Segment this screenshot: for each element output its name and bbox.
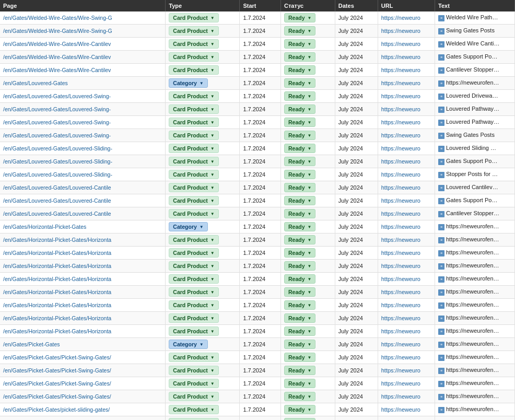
status-dropdown-arrow-icon[interactable]: ▼ <box>308 133 312 138</box>
status-badge[interactable]: Ready ▼ <box>284 91 315 101</box>
dropdown-arrow-icon[interactable]: ▼ <box>210 212 215 216</box>
url-cell[interactable]: https://neweuro <box>378 416 435 421</box>
status-cell[interactable]: Ready ▼ <box>281 77 335 90</box>
url-link[interactable]: https://neweuro <box>381 80 420 86</box>
status-cell[interactable]: Ready ▼ <box>281 220 335 234</box>
status-cell[interactable]: Ready ▼ <box>281 299 335 312</box>
status-badge[interactable]: Ready ▼ <box>284 26 315 36</box>
url-link[interactable]: https://neweuro <box>381 158 420 165</box>
status-badge[interactable]: Ready ▼ <box>284 366 315 375</box>
url-cell[interactable]: https://neweuro <box>378 77 435 90</box>
status-badge[interactable]: Ready ▼ <box>284 300 315 310</box>
page-cell[interactable]: /en/Gates/Welded-Wire-Gates/Wire-Swing-G <box>0 25 166 38</box>
status-badge[interactable]: Ready ▼ <box>284 392 315 401</box>
status-dropdown-arrow-icon[interactable]: ▼ <box>308 55 312 60</box>
status-dropdown-arrow-icon[interactable]: ▼ <box>308 146 312 151</box>
page-cell[interactable]: /en/Gates/Picket-Gates/Picket-Swing-Gate… <box>0 351 166 364</box>
type-badge[interactable]: Card Product ▼ <box>169 39 218 49</box>
type-badge[interactable]: Card Product ▼ <box>169 366 218 375</box>
status-dropdown-arrow-icon[interactable]: ▼ <box>308 264 312 269</box>
dropdown-arrow-icon[interactable]: ▼ <box>210 355 215 360</box>
url-cell[interactable]: https://neweuro <box>378 377 435 390</box>
url-link[interactable]: https://neweuro <box>381 106 420 112</box>
type-cell[interactable]: Card Product ▼ <box>166 247 240 260</box>
dropdown-arrow-icon[interactable]: ▼ <box>210 42 215 46</box>
url-cell[interactable]: https://neweuro <box>378 403 435 416</box>
dropdown-arrow-icon[interactable]: ▼ <box>210 133 215 138</box>
status-dropdown-arrow-icon[interactable]: ▼ <box>308 159 312 164</box>
status-cell[interactable]: Ready ▼ <box>281 416 335 421</box>
page-cell[interactable]: /en/Gates/Picket-Gates/picket-sliding-ga… <box>0 416 166 421</box>
status-cell[interactable]: Ready ▼ <box>281 64 335 77</box>
dropdown-arrow-icon[interactable]: ▼ <box>210 407 215 412</box>
status-badge[interactable]: Ready ▼ <box>284 313 315 323</box>
type-badge[interactable]: Card Product ▼ <box>169 235 218 244</box>
type-badge[interactable]: Card Product ▼ <box>169 196 218 205</box>
dropdown-arrow-icon[interactable]: ▼ <box>210 55 215 60</box>
type-badge[interactable]: Card Product ▼ <box>169 13 218 22</box>
url-cell[interactable]: https://neweuro <box>378 142 435 155</box>
page-cell[interactable]: /en/Gates/Welded-Wire-Gates/Wire-Cantile… <box>0 51 166 64</box>
status-badge[interactable]: Ready ▼ <box>284 39 315 49</box>
type-cell[interactable]: Card Product ▼ <box>166 25 240 38</box>
page-cell[interactable]: /en/Gates/Horizontal-Picket-Gates/Horizo… <box>0 286 166 299</box>
page-cell[interactable]: /en/Gates/Horizontal-Picket-Gates/Horizo… <box>0 247 166 260</box>
url-link[interactable]: https://neweuro <box>381 54 420 60</box>
status-badge[interactable]: Ready ▼ <box>284 104 315 114</box>
page-cell[interactable]: /en/Gates/Louvered-Gates/Louvered-Swing- <box>0 90 166 103</box>
type-cell[interactable]: Card Product ▼ <box>166 325 240 338</box>
page-cell[interactable]: /en/Gates/Horizontal-Picket-Gates <box>0 220 166 234</box>
type-cell[interactable]: Card Product ▼ <box>166 142 240 155</box>
type-badge[interactable]: Card Product ▼ <box>169 118 218 127</box>
url-cell[interactable]: https://neweuro <box>378 38 435 51</box>
dropdown-arrow-icon[interactable]: ▼ <box>210 120 215 125</box>
url-cell[interactable]: https://neweuro <box>378 273 435 286</box>
dropdown-arrow-icon[interactable]: ▼ <box>200 342 204 347</box>
type-badge[interactable]: Card Product ▼ <box>169 104 218 114</box>
status-dropdown-arrow-icon[interactable]: ▼ <box>308 16 312 20</box>
dropdown-arrow-icon[interactable]: ▼ <box>210 185 215 190</box>
type-badge[interactable]: Card Product ▼ <box>169 170 218 179</box>
page-cell[interactable]: /en/Gates/Horizontal-Picket-Gates/Horizo… <box>0 312 166 325</box>
url-link[interactable]: https://neweuro <box>381 119 420 125</box>
status-badge[interactable]: Ready ▼ <box>284 418 315 420</box>
status-cell[interactable]: Ready ▼ <box>281 207 335 220</box>
type-cell[interactable]: Card Product ▼ <box>166 416 240 421</box>
status-cell[interactable]: Ready ▼ <box>281 351 335 364</box>
url-link[interactable]: https://neweuro <box>381 406 420 413</box>
url-cell[interactable]: https://neweuro <box>378 103 435 116</box>
url-link[interactable]: https://neweuro <box>381 250 420 256</box>
dropdown-arrow-icon[interactable]: ▼ <box>210 368 215 373</box>
status-cell[interactable]: Ready ▼ <box>281 273 335 286</box>
status-badge[interactable]: Ready ▼ <box>284 209 315 218</box>
status-dropdown-arrow-icon[interactable]: ▼ <box>308 94 312 99</box>
dropdown-arrow-icon[interactable]: ▼ <box>210 251 215 255</box>
dropdown-arrow-icon[interactable]: ▼ <box>210 159 215 164</box>
status-dropdown-arrow-icon[interactable]: ▼ <box>308 68 312 73</box>
type-badge[interactable]: Card Product ▼ <box>169 392 218 401</box>
status-dropdown-arrow-icon[interactable]: ▼ <box>308 407 312 412</box>
status-dropdown-arrow-icon[interactable]: ▼ <box>308 199 312 203</box>
type-cell[interactable]: Card Product ▼ <box>166 351 240 364</box>
url-cell[interactable]: https://neweuro <box>378 51 435 64</box>
status-badge[interactable]: Ready ▼ <box>284 274 315 284</box>
url-cell[interactable]: https://neweuro <box>378 364 435 377</box>
status-cell[interactable]: Ready ▼ <box>281 312 335 325</box>
status-cell[interactable]: Ready ▼ <box>281 181 335 194</box>
status-cell[interactable]: Ready ▼ <box>281 247 335 260</box>
url-link[interactable]: https://neweuro <box>381 28 420 34</box>
status-cell[interactable]: Ready ▼ <box>281 25 335 38</box>
status-cell[interactable]: Ready ▼ <box>281 103 335 116</box>
status-cell[interactable]: Ready ▼ <box>281 155 335 168</box>
page-cell[interactable]: /en/Gates/Louvered-Gates/Louvered-Slidin… <box>0 155 166 168</box>
page-cell[interactable]: /en/Gates/Louvered-Gates/Louvered-Slidin… <box>0 142 166 155</box>
type-cell[interactable]: Card Product ▼ <box>166 129 240 142</box>
status-cell[interactable]: Ready ▼ <box>281 129 335 142</box>
status-dropdown-arrow-icon[interactable]: ▼ <box>308 107 312 112</box>
type-cell[interactable]: Card Product ▼ <box>166 116 240 129</box>
status-dropdown-arrow-icon[interactable]: ▼ <box>308 342 312 347</box>
dropdown-arrow-icon[interactable]: ▼ <box>210 394 215 399</box>
type-badge[interactable]: Card Product ▼ <box>169 274 218 284</box>
type-cell[interactable]: Card Product ▼ <box>166 38 240 51</box>
type-badge[interactable]: Card Product ▼ <box>169 157 218 166</box>
